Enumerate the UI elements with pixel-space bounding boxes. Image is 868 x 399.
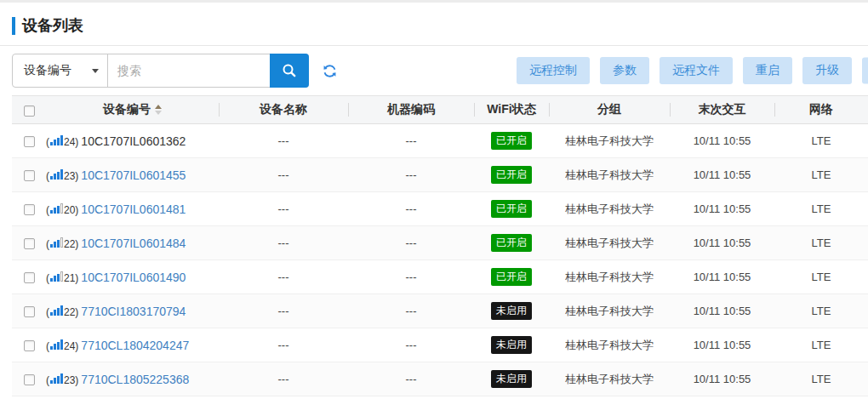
refresh-button[interactable] [320,61,340,81]
device-id-link[interactable]: 10C1707IL0601362 [81,134,186,148]
wifi-status-badge: 已开启 [491,132,532,149]
device-list-page: 设备列表 设备编号 [0,0,868,396]
device-id-link[interactable]: 10C1707IL0601455 [81,168,186,182]
sort-icon [155,105,162,115]
signal-strength-indicator: (23) [46,169,78,182]
row-checkbox[interactable] [24,306,35,317]
upgrade-button[interactable]: 升级 [802,57,852,84]
device-id-link[interactable]: 10C1707IL0601490 [81,271,186,284]
row-checkbox[interactable] [24,340,35,351]
group-cell: 桂林电子科技大学 [549,226,670,260]
remote-control-button[interactable]: 远程控制 [517,57,590,84]
network-cell: LTE [774,294,868,328]
wifi-status-badge: 已开启 [491,268,532,285]
machine-code-cell: --- [348,226,474,260]
sort-asc-icon [155,105,162,109]
column-header-group: 分组 [549,96,670,124]
column-header-network: 网络 [774,96,868,124]
signal-strength-indicator: (20) [46,203,78,216]
device-name-cell: --- [219,260,348,294]
page-title: 设备列表 [22,15,83,36]
machine-code-cell: --- [348,124,474,158]
network-cell: LTE [774,362,868,396]
search-icon [282,63,297,78]
signal-bars-icon [50,237,63,248]
last-interaction-cell: 10/11 10:55 [670,294,774,328]
row-checkbox[interactable] [24,272,35,283]
parameters-button[interactable]: 参数 [600,57,649,84]
signal-bars-icon [50,169,63,180]
action-button-group: 远程控制 参数 远程文件 重启 升级 [517,57,852,84]
row-checkbox[interactable] [24,374,35,385]
wifi-status-badge: 未启用 [491,302,532,319]
table-row: (22)7710CI1803170794 --- --- 未启用 桂林电子科技大… [12,294,868,328]
search-field-dropdown[interactable]: 设备编号 [13,54,108,87]
group-cell: 桂林电子科技大学 [549,124,670,158]
table-header-row: 设备编号 设备名称 机器编码 WiFi状态 分组 末次交互 网络 [12,96,868,124]
signal-bars-icon [50,203,63,214]
title-accent-bar [12,17,15,35]
device-name-cell: --- [219,124,348,158]
table-row: (23)10C1707IL0601455 --- --- 已开启 桂林电子科技大… [12,158,868,192]
page-title-row: 设备列表 [0,3,868,46]
table-row: (24)10C1707IL0601362 --- --- 已开启 桂林电子科技大… [12,124,868,158]
row-checkbox[interactable] [24,170,35,181]
group-cell: 桂林电子科技大学 [549,260,670,294]
wifi-status-badge: 已开启 [491,200,532,217]
signal-strength-indicator: (22) [46,305,78,318]
row-checkbox[interactable] [24,238,35,249]
wifi-status-badge: 未启用 [491,336,532,353]
network-cell: LTE [774,158,868,192]
last-interaction-cell: 10/11 10:55 [670,124,774,158]
network-cell: LTE [774,260,868,294]
column-header-machine-code: 机器编码 [348,96,474,124]
wifi-status-badge: 已开启 [491,234,532,251]
table-row: (24)7710CL1804204247 --- --- 未启用 桂林电子科技大… [12,328,868,362]
machine-code-cell: --- [348,260,474,294]
machine-code-cell: --- [348,192,474,226]
restart-button[interactable]: 重启 [743,57,792,84]
row-checkbox[interactable] [24,136,35,147]
device-name-cell: --- [219,294,348,328]
device-id-link[interactable]: 10C1707IL0601484 [81,237,186,250]
device-id-link[interactable]: 7710CI1803170794 [81,305,186,318]
device-name-cell: --- [219,328,348,362]
search-button[interactable] [270,54,309,88]
signal-strength-indicator: (24) [46,135,78,148]
table-row: (20)10C1707IL0601481 --- --- 已开启 桂林电子科技大… [12,192,868,226]
wifi-status-badge: 已开启 [491,166,532,183]
device-id-link[interactable]: 7710CL1805225368 [81,373,189,386]
network-cell: LTE [774,328,868,362]
signal-bars-icon [50,373,63,384]
machine-code-cell: --- [348,362,474,396]
device-name-cell: --- [219,192,348,226]
row-checkbox[interactable] [24,204,35,215]
partial-cutoff-button[interactable] [862,58,868,84]
column-header-device-id[interactable]: 设备编号 [46,96,219,124]
column-header-last-interaction: 末次交互 [670,96,774,124]
column-header-wifi-status: WiFi状态 [474,96,549,124]
select-all-checkbox[interactable] [24,105,35,117]
device-id-link[interactable]: 7710CL1804204247 [81,339,189,352]
signal-strength-indicator: (24) [46,339,78,352]
table-row: (21)10C1707IL0601490 --- --- 已开启 桂林电子科技大… [12,260,868,294]
group-cell: 桂林电子科技大学 [549,328,670,362]
device-name-cell: --- [219,158,348,192]
remote-file-button[interactable]: 远程文件 [660,57,733,84]
search-group: 设备编号 [12,54,309,88]
search-field-dropdown-value: 设备编号 [24,63,71,78]
signal-bars-icon [50,271,63,282]
device-name-cell: --- [219,226,348,260]
signal-strength-indicator: (23) [46,373,78,386]
signal-bars-icon [50,305,63,316]
machine-code-cell: --- [348,294,474,328]
refresh-icon [322,63,338,79]
wifi-status-badge: 未启用 [491,370,532,387]
signal-strength-indicator: (22) [46,237,78,250]
table-row: (23)7710CL1805225368 --- --- 未启用 桂林电子科技大… [12,362,868,396]
device-id-link[interactable]: 10C1707IL0601481 [81,202,186,216]
last-interaction-cell: 10/11 10:55 [670,260,774,294]
last-interaction-cell: 10/11 10:55 [670,158,774,192]
machine-code-cell: --- [348,158,474,192]
search-input[interactable] [108,54,270,87]
